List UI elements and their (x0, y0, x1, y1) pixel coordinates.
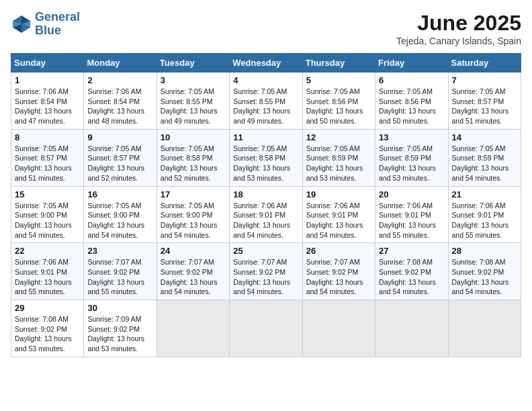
calendar-cell: 6Sunrise: 7:05 AMSunset: 8:56 PMDaylight… (375, 73, 448, 130)
day-info: Sunrise: 7:07 AMSunset: 9:02 PMDaylight:… (306, 257, 371, 297)
day-header-thursday: Thursday (302, 54, 375, 73)
logo-icon (11, 13, 32, 35)
calendar-cell (302, 300, 375, 357)
day-info: Sunrise: 7:07 AMSunset: 9:02 PMDaylight:… (87, 257, 152, 297)
day-info: Sunrise: 7:06 AMSunset: 9:01 PMDaylight:… (15, 257, 80, 297)
calendar-cell: 3Sunrise: 7:05 AMSunset: 8:55 PMDaylight… (157, 73, 229, 130)
calendar-table: SundayMondayTuesdayWednesdayThursdayFrid… (11, 53, 521, 357)
day-info: Sunrise: 7:05 AMSunset: 8:57 PMDaylight:… (87, 144, 152, 183)
day-info: Sunrise: 7:08 AMSunset: 9:02 PMDaylight:… (15, 314, 80, 354)
day-info: Sunrise: 7:05 AMSunset: 8:57 PMDaylight:… (15, 144, 80, 183)
day-info: Sunrise: 7:05 AMSunset: 8:59 PMDaylight:… (452, 144, 517, 183)
calendar-cell (375, 300, 448, 357)
day-info: Sunrise: 7:05 AMSunset: 8:57 PMDaylight:… (452, 87, 517, 126)
calendar-cell: 14Sunrise: 7:05 AMSunset: 8:59 PMDayligh… (448, 129, 521, 186)
calendar-cell: 5Sunrise: 7:05 AMSunset: 8:56 PMDaylight… (302, 73, 375, 130)
day-number: 14 (452, 132, 517, 142)
day-info: Sunrise: 7:05 AMSunset: 8:55 PMDaylight:… (161, 87, 226, 126)
day-number: 22 (15, 246, 80, 256)
day-info: Sunrise: 7:05 AMSunset: 9:00 PMDaylight:… (161, 201, 226, 240)
calendar-cell: 12Sunrise: 7:05 AMSunset: 8:59 PMDayligh… (302, 129, 375, 186)
day-info: Sunrise: 7:06 AMSunset: 8:54 PMDaylight:… (15, 87, 80, 126)
day-number: 28 (452, 246, 517, 256)
title-block: June 2025 Tejeda, Canary Islands, Spain (396, 11, 521, 46)
day-number: 2 (87, 75, 152, 85)
day-number: 13 (379, 132, 444, 142)
day-number: 23 (87, 246, 152, 256)
calendar-cell: 29Sunrise: 7:08 AMSunset: 9:02 PMDayligh… (11, 300, 84, 357)
day-header-tuesday: Tuesday (157, 54, 229, 73)
calendar-week-1: 1Sunrise: 7:06 AMSunset: 8:54 PMDaylight… (11, 73, 521, 130)
calendar-cell: 2Sunrise: 7:06 AMSunset: 8:54 PMDaylight… (84, 73, 157, 130)
day-info: Sunrise: 7:07 AMSunset: 9:02 PMDaylight:… (233, 257, 298, 297)
day-header-wednesday: Wednesday (230, 54, 302, 73)
calendar-cell: 10Sunrise: 7:05 AMSunset: 8:58 PMDayligh… (157, 129, 229, 186)
calendar-cell: 1Sunrise: 7:06 AMSunset: 8:54 PMDaylight… (11, 73, 84, 130)
calendar-cell: 24Sunrise: 7:07 AMSunset: 9:02 PMDayligh… (157, 243, 229, 300)
calendar-cell: 27Sunrise: 7:08 AMSunset: 9:02 PMDayligh… (375, 243, 448, 300)
month-title: June 2025 (396, 11, 521, 36)
day-number: 26 (306, 246, 371, 256)
day-info: Sunrise: 7:05 AMSunset: 9:00 PMDaylight:… (87, 201, 152, 240)
day-number: 8 (15, 132, 80, 142)
calendar-cell: 28Sunrise: 7:08 AMSunset: 9:02 PMDayligh… (448, 243, 521, 300)
calendar-cell: 16Sunrise: 7:05 AMSunset: 9:00 PMDayligh… (84, 186, 157, 243)
day-info: Sunrise: 7:06 AMSunset: 9:01 PMDaylight:… (452, 201, 517, 240)
day-header-sunday: Sunday (11, 54, 84, 73)
logo: General Blue (11, 11, 80, 38)
calendar-week-5: 29Sunrise: 7:08 AMSunset: 9:02 PMDayligh… (11, 300, 521, 357)
calendar-cell: 15Sunrise: 7:05 AMSunset: 9:00 PMDayligh… (11, 186, 84, 243)
calendar-cell: 8Sunrise: 7:05 AMSunset: 8:57 PMDaylight… (11, 129, 84, 186)
day-info: Sunrise: 7:05 AMSunset: 8:56 PMDaylight:… (306, 87, 371, 126)
day-number: 21 (452, 189, 517, 199)
calendar-cell: 23Sunrise: 7:07 AMSunset: 9:02 PMDayligh… (84, 243, 157, 300)
day-number: 11 (233, 132, 298, 142)
calendar-cell: 18Sunrise: 7:06 AMSunset: 9:01 PMDayligh… (230, 186, 302, 243)
day-info: Sunrise: 7:07 AMSunset: 9:02 PMDaylight:… (161, 257, 226, 297)
calendar-cell: 11Sunrise: 7:05 AMSunset: 8:58 PMDayligh… (230, 129, 302, 186)
logo-text: General Blue (35, 11, 80, 38)
calendar-cell: 17Sunrise: 7:05 AMSunset: 9:00 PMDayligh… (157, 186, 229, 243)
day-number: 12 (306, 132, 371, 142)
day-number: 30 (87, 303, 152, 313)
day-number: 9 (87, 132, 152, 142)
day-info: Sunrise: 7:06 AMSunset: 9:01 PMDaylight:… (379, 201, 444, 240)
day-number: 16 (87, 189, 152, 199)
day-info: Sunrise: 7:05 AMSunset: 8:55 PMDaylight:… (233, 87, 298, 126)
calendar-cell: 25Sunrise: 7:07 AMSunset: 9:02 PMDayligh… (230, 243, 302, 300)
calendar-cell: 13Sunrise: 7:05 AMSunset: 8:59 PMDayligh… (375, 129, 448, 186)
day-info: Sunrise: 7:06 AMSunset: 9:01 PMDaylight:… (233, 201, 298, 240)
calendar-cell: 4Sunrise: 7:05 AMSunset: 8:55 PMDaylight… (230, 73, 302, 130)
day-number: 7 (452, 75, 517, 85)
day-info: Sunrise: 7:08 AMSunset: 9:02 PMDaylight:… (452, 257, 517, 297)
page-header: General Blue June 2025 Tejeda, Canary Is… (11, 11, 521, 46)
day-info: Sunrise: 7:05 AMSunset: 8:56 PMDaylight:… (379, 87, 444, 126)
day-header-friday: Friday (375, 54, 448, 73)
day-number: 6 (379, 75, 444, 85)
day-number: 27 (379, 246, 444, 256)
day-number: 3 (161, 75, 226, 85)
day-number: 15 (15, 189, 80, 199)
day-info: Sunrise: 7:05 AMSunset: 8:58 PMDaylight:… (233, 144, 298, 183)
calendar-week-4: 22Sunrise: 7:06 AMSunset: 9:01 PMDayligh… (11, 243, 521, 300)
calendar-cell (448, 300, 521, 357)
day-number: 1 (15, 75, 80, 85)
day-info: Sunrise: 7:05 AMSunset: 9:00 PMDaylight:… (15, 201, 80, 240)
day-info: Sunrise: 7:05 AMSunset: 8:59 PMDaylight:… (379, 144, 444, 183)
calendar-cell: 22Sunrise: 7:06 AMSunset: 9:01 PMDayligh… (11, 243, 84, 300)
calendar-cell (230, 300, 302, 357)
day-info: Sunrise: 7:08 AMSunset: 9:02 PMDaylight:… (379, 257, 444, 297)
calendar-cell: 30Sunrise: 7:09 AMSunset: 9:02 PMDayligh… (84, 300, 157, 357)
day-number: 19 (306, 189, 371, 199)
day-number: 20 (379, 189, 444, 199)
day-number: 29 (15, 303, 80, 313)
day-number: 17 (161, 189, 226, 199)
day-number: 4 (233, 75, 298, 85)
calendar-cell: 9Sunrise: 7:05 AMSunset: 8:57 PMDaylight… (84, 129, 157, 186)
day-number: 18 (233, 189, 298, 199)
day-info: Sunrise: 7:05 AMSunset: 8:58 PMDaylight:… (161, 144, 226, 183)
calendar-cell: 26Sunrise: 7:07 AMSunset: 9:02 PMDayligh… (302, 243, 375, 300)
calendar-cell: 7Sunrise: 7:05 AMSunset: 8:57 PMDaylight… (448, 73, 521, 130)
day-header-saturday: Saturday (448, 54, 521, 73)
day-header-monday: Monday (84, 54, 157, 73)
